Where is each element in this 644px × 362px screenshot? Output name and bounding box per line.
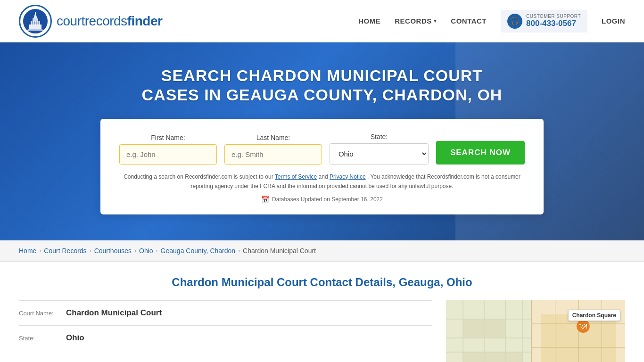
headset-icon: 🎧: [507, 14, 522, 29]
hero-section: SEARCH CHARDON MUNICIPAL COURT CASES IN …: [0, 42, 644, 240]
svg-rect-3: [33, 18, 38, 22]
svg-rect-8: [34, 21, 35, 25]
breadcrumb-sep-1: ›: [39, 247, 41, 254]
state-group: State: Ohio Alabama Alaska Arizona Calif…: [330, 133, 429, 165]
court-name-row: Court Name: Chardon Municipal Court: [19, 300, 432, 325]
logo-area: courtrecordsfinder: [19, 5, 162, 38]
map-area: 🍽 Chardon Square 🍁Geauga County Maple Fe…: [446, 300, 625, 362]
state-detail-value: Ohio: [66, 333, 84, 343]
svg-rect-9: [36, 21, 37, 25]
support-text: CUSTOMER SUPPORT 800-433-0567: [526, 14, 581, 28]
map-bg: 🍽 Chardon Square 🍁Geauga County Maple Fe…: [446, 300, 625, 362]
details-table: Court Name: Chardon Municipal Court Stat…: [19, 300, 432, 362]
svg-rect-7: [32, 21, 33, 25]
svg-text:🍽: 🍽: [579, 322, 587, 330]
calendar-icon: 📅: [261, 196, 269, 203]
breadcrumb-geauga[interactable]: Geauga County, Chardon: [161, 247, 236, 255]
svg-rect-23: [485, 320, 505, 337]
breadcrumb-ohio[interactable]: Ohio: [139, 247, 153, 255]
breadcrumb-sep-3: ›: [134, 247, 136, 254]
state-select[interactable]: Ohio Alabama Alaska Arizona California F…: [330, 143, 429, 165]
state-row: State: Ohio: [19, 325, 432, 350]
breadcrumb-home[interactable]: Home: [19, 247, 36, 255]
breadcrumb-sep-2: ›: [90, 247, 91, 254]
state-detail-label: State:: [19, 335, 61, 342]
search-fields: First Name: Last Name: State: Ohio Alaba…: [119, 133, 525, 165]
breadcrumb-sep-5: ›: [238, 247, 240, 254]
breadcrumb-courthouses[interactable]: Courthouses: [94, 247, 132, 255]
map-label-chardon: Chardon Square: [568, 310, 620, 321]
last-name-input[interactable]: [224, 144, 322, 165]
hero-title: SEARCH CHARDON MUNICIPAL COURT CASES IN …: [138, 66, 506, 105]
content-layout: Court Name: Chardon Municipal Court Stat…: [19, 300, 625, 362]
court-name-label: Court Name:: [19, 310, 61, 317]
header: courtrecordsfinder HOME RECORDS ▾ CONTAC…: [0, 0, 644, 42]
chevron-down-icon: ▾: [434, 18, 437, 24]
support-block: 🎧 CUSTOMER SUPPORT 800-433-0567: [501, 10, 587, 33]
section-title: Chardon Municipal Court Contact Details,…: [19, 276, 625, 289]
nav-records[interactable]: RECORDS ▾: [395, 17, 437, 25]
nav-contact[interactable]: CONTACT: [451, 17, 487, 25]
search-card: First Name: Last Name: State: Ohio Alaba…: [100, 119, 544, 215]
last-name-label: Last Name:: [224, 134, 322, 141]
map-right: 🍽 Chardon Square 🍁Geauga County Maple Fe…: [531, 300, 625, 362]
state-label: State:: [330, 133, 429, 140]
search-button[interactable]: SEARCH NOW: [436, 141, 525, 165]
svg-rect-11: [28, 29, 42, 30]
login-button[interactable]: LOGIN: [602, 17, 625, 25]
breadcrumb-current: Chardon Municipal Court: [243, 247, 316, 255]
logo-text: courtrecordsfinder: [57, 14, 162, 29]
svg-rect-6: [30, 21, 31, 25]
main-nav: HOME RECORDS ▾ CONTACT 🎧 CUSTOMER SUPPOR…: [358, 10, 625, 33]
breadcrumb-court-records[interactable]: Court Records: [44, 247, 86, 255]
logo-icon: [19, 5, 52, 38]
svg-rect-22: [463, 320, 484, 337]
content-area: Chardon Municipal Court Contact Details,…: [0, 262, 644, 362]
svg-rect-26: [506, 353, 522, 362]
first-name-label: First Name:: [119, 134, 217, 141]
nav-home[interactable]: HOME: [358, 17, 380, 25]
first-name-input[interactable]: [119, 144, 217, 165]
court-name-value: Chardon Municipal Court: [66, 308, 162, 318]
svg-rect-24: [463, 353, 484, 362]
svg-rect-25: [485, 353, 505, 362]
breadcrumb-sep-4: ›: [156, 247, 158, 254]
last-name-group: Last Name:: [224, 134, 322, 165]
svg-rect-5: [35, 12, 36, 14]
svg-rect-1: [29, 25, 41, 29]
privacy-link[interactable]: Privacy Notice: [330, 173, 366, 180]
svg-rect-12: [27, 30, 44, 31]
first-name-group: First Name:: [119, 134, 217, 165]
disclaimer-text: Conducting a search on Recordsfinder.com…: [119, 172, 525, 191]
breadcrumb: Home › Court Records › Courthouses › Ohi…: [0, 240, 644, 262]
tos-link[interactable]: Terms of Service: [275, 173, 317, 180]
svg-rect-10: [38, 21, 39, 25]
map-left: [446, 300, 531, 362]
db-updated: 📅 Databases Updated on September 16, 202…: [119, 196, 525, 203]
